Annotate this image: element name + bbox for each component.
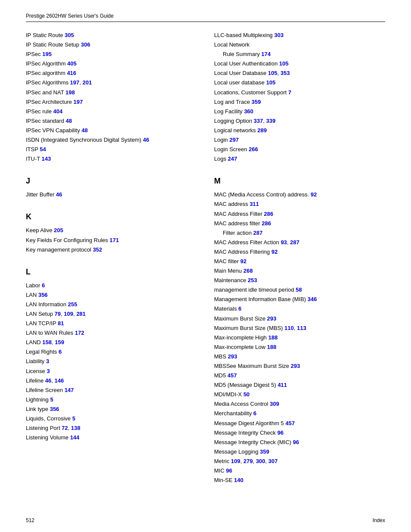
- link-lan[interactable]: 356: [38, 292, 48, 298]
- link-itu-t[interactable]: 143: [42, 156, 51, 162]
- link-log-trace[interactable]: 359: [252, 99, 261, 105]
- link-rule-summary[interactable]: 174: [262, 51, 271, 57]
- link-mac-filter-92[interactable]: 92: [240, 258, 246, 264]
- list-item: Message Integrity Check (MIC) 96: [214, 438, 385, 447]
- link-listening-port-72[interactable]: 72: [62, 425, 68, 431]
- link-lifeline-screen[interactable]: 147: [65, 387, 74, 393]
- link-md5-457[interactable]: 457: [227, 372, 237, 379]
- link-isdn[interactable]: 46: [143, 137, 149, 143]
- link-mbs-113[interactable]: 113: [297, 325, 306, 331]
- link-lightning[interactable]: 5: [50, 396, 53, 403]
- link-log-facility[interactable]: 360: [244, 108, 253, 115]
- link-ipsec-standard[interactable]: 48: [66, 118, 72, 124]
- link-land-159[interactable]: 159: [55, 339, 64, 345]
- link-link-type[interactable]: 356: [50, 406, 59, 412]
- link-listening-port-138[interactable]: 138: [71, 425, 81, 431]
- link-ipsec-nat[interactable]: 198: [65, 89, 75, 96]
- link-liability[interactable]: 3: [46, 358, 49, 364]
- link-mbs-293[interactable]: 293: [267, 315, 277, 322]
- link-mic-96[interactable]: 96: [277, 429, 283, 436]
- link-mac-filtering[interactable]: 92: [271, 249, 277, 255]
- link-locations[interactable]: 7: [288, 89, 291, 96]
- link-logging-337[interactable]: 337: [254, 118, 263, 124]
- link-ipsec-algorithms-197[interactable]: 197: [70, 79, 80, 86]
- link-ipsec-algorithm[interactable]: 405: [67, 60, 77, 67]
- link-metric-307[interactable]: 307: [268, 458, 278, 464]
- link-mgmt-idle[interactable]: 58: [296, 286, 302, 293]
- link-logs[interactable]: 247: [228, 156, 237, 162]
- link-mac-address-311[interactable]: 311: [249, 201, 259, 207]
- list-item: Local User Database 105, 353: [214, 68, 385, 78]
- link-max-incomplete-high[interactable]: 188: [268, 334, 278, 341]
- link-max-incomplete-low[interactable]: 188: [267, 344, 277, 350]
- link-lifeline-46[interactable]: 46: [45, 377, 51, 384]
- section-m-heading: M: [214, 177, 385, 186]
- link-ipsec-arch[interactable]: 197: [74, 99, 83, 105]
- link-local-user-db-353[interactable]: 353: [280, 70, 290, 76]
- link-ipsec-algorithms-201[interactable]: 201: [83, 79, 92, 86]
- link-local-user-db-105[interactable]: 105: [268, 70, 277, 76]
- link-materials[interactable]: 6: [238, 305, 241, 312]
- link-metric-109[interactable]: 109: [231, 458, 240, 464]
- link-metric-300[interactable]: 300: [256, 458, 265, 464]
- link-msg-logging[interactable]: 359: [260, 448, 269, 455]
- link-local-user-auth[interactable]: 105: [279, 60, 289, 67]
- link-ip-static-route-setup[interactable]: 306: [81, 41, 90, 48]
- link-ipsec-algorithm-416[interactable]: 416: [67, 70, 76, 76]
- section-i-entries: IP Static Route 305 IP Static Route Setu…: [26, 31, 197, 164]
- link-lifeline-146[interactable]: 146: [55, 377, 64, 384]
- link-mic-96-2[interactable]: 96: [293, 439, 299, 445]
- link-mac-filter-action-93[interactable]: 93: [281, 239, 287, 246]
- link-legal-rights[interactable]: 6: [59, 348, 62, 355]
- link-lan-info[interactable]: 255: [68, 301, 78, 308]
- link-maintenance[interactable]: 253: [248, 277, 257, 283]
- link-media-access[interactable]: 309: [270, 401, 279, 407]
- link-mac-addr-filter-286[interactable]: 286: [262, 220, 271, 227]
- link-login-screen[interactable]: 266: [249, 146, 258, 152]
- link-mib[interactable]: 346: [308, 296, 317, 302]
- link-ipsec[interactable]: 195: [42, 51, 52, 57]
- link-login[interactable]: 297: [229, 137, 239, 143]
- link-key-mgmt[interactable]: 352: [93, 246, 102, 253]
- link-itsp[interactable]: 54: [40, 146, 46, 152]
- link-jitter-buffer[interactable]: 46: [56, 191, 62, 198]
- link-ip-static-route[interactable]: 305: [65, 32, 74, 38]
- link-listening-volume[interactable]: 144: [70, 434, 80, 441]
- link-md5-411[interactable]: 411: [277, 382, 287, 388]
- link-lan-setup-109[interactable]: 109: [64, 311, 73, 317]
- link-logical-networks[interactable]: 289: [257, 127, 267, 134]
- link-ipsec-vpn[interactable]: 48: [81, 127, 87, 134]
- list-item: Local User Authentication 105: [214, 59, 385, 68]
- link-metric-279[interactable]: 279: [243, 458, 253, 464]
- link-key-fields[interactable]: 171: [109, 237, 119, 243]
- list-item: LAN 356: [26, 290, 197, 300]
- link-keep-alive[interactable]: 205: [54, 227, 63, 233]
- link-mbs[interactable]: 293: [228, 353, 237, 360]
- link-mac-filter-action-287[interactable]: 287: [290, 239, 299, 246]
- link-lan-tcpip[interactable]: 81: [58, 320, 64, 327]
- link-main-menu[interactable]: 268: [243, 268, 253, 274]
- link-liquids[interactable]: 5: [72, 415, 75, 422]
- link-lan-setup-79[interactable]: 79: [55, 311, 61, 317]
- link-local-user-database[interactable]: 105: [266, 79, 276, 86]
- link-lan-wan-rules[interactable]: 172: [75, 330, 84, 336]
- link-min-se[interactable]: 140: [234, 477, 243, 483]
- link-land-158[interactable]: 158: [42, 339, 52, 345]
- section-l-right-entries: LLC-based Multiplexing 303 Local Network…: [214, 31, 385, 164]
- link-mdi[interactable]: 50: [243, 391, 249, 398]
- link-license[interactable]: 3: [47, 368, 50, 374]
- link-ipsec-rule[interactable]: 404: [53, 108, 63, 115]
- link-mbs-110[interactable]: 110: [284, 325, 294, 331]
- link-mac-address-92[interactable]: 92: [311, 191, 317, 198]
- list-item: Rule Summary 174: [214, 50, 385, 59]
- link-mic[interactable]: 96: [226, 467, 232, 474]
- link-lan-setup-281[interactable]: 281: [76, 311, 86, 317]
- link-llc-mux[interactable]: 303: [274, 32, 283, 38]
- link-mac-filter-286[interactable]: 286: [264, 211, 274, 217]
- link-logging-339[interactable]: 339: [266, 118, 276, 124]
- link-filter-action[interactable]: 287: [253, 230, 263, 236]
- link-merchantability[interactable]: 6: [253, 410, 256, 417]
- link-mbssee[interactable]: 293: [291, 363, 300, 369]
- link-labor[interactable]: 6: [42, 282, 45, 289]
- link-msg-digest-alg[interactable]: 457: [285, 420, 295, 426]
